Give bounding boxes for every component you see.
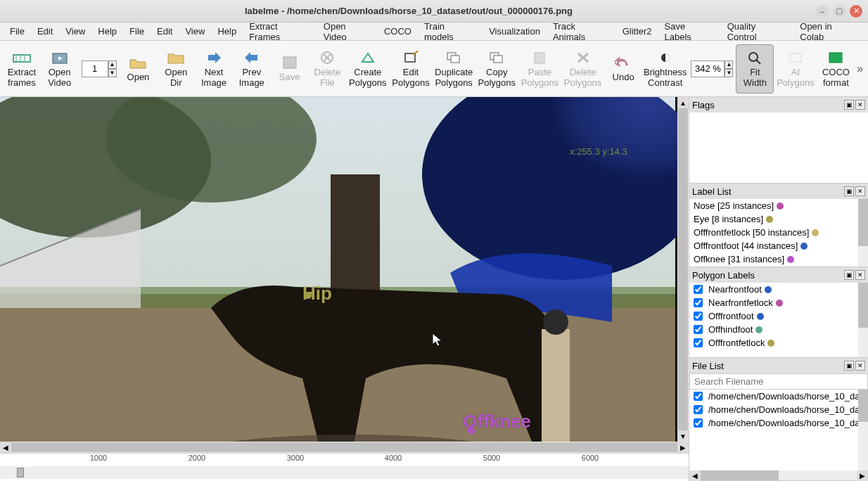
label-list-undock-button[interactable]: ▣ — [844, 186, 854, 196]
brightness-contrast-button[interactable]: Brightness Contrast — [642, 44, 688, 94]
duplicate-polygons-button[interactable]: Duplicate Polygons — [433, 44, 476, 94]
polygon-label-item[interactable]: Offfrontfetlock — [689, 336, 868, 349]
file-list-item[interactable]: /home/chen/Downloads/horse_10_datase — [689, 416, 868, 430]
file-list-item[interactable]: /home/chen/Downloads/horse_10_datase — [689, 390, 868, 403]
label-list-body[interactable]: Nose [25 instances] Eye [8 instances] Of… — [689, 199, 868, 267]
zoom-input[interactable] — [691, 60, 725, 77]
file-list-scrollbar[interactable] — [858, 390, 868, 470]
polygon-visibility-checkbox[interactable] — [694, 285, 703, 294]
open-dir-button[interactable]: Open Dir — [157, 44, 195, 94]
menu-help-2[interactable]: Help — [212, 24, 242, 39]
flags-close-button[interactable]: ✕ — [855, 100, 865, 110]
keypoint-dot[interactable] — [468, 427, 475, 434]
frame-up-button[interactable]: ▲ — [108, 60, 117, 69]
flags-undock-button[interactable]: ▣ — [844, 100, 854, 110]
coco-format-button[interactable]: COCO format — [817, 44, 855, 94]
menu-edit[interactable]: Edit — [32, 24, 58, 39]
file-list-scroll-thumb[interactable] — [858, 390, 868, 422]
polygon-labels-body[interactable]: Nearfrontfoot Nearfrontfetlock Offfrontf… — [689, 283, 868, 357]
file-list-hscrollbar[interactable]: ◀ ▶ — [689, 470, 868, 480]
video-icon — [50, 49, 70, 66]
zoom-up-button[interactable]: ▲ — [725, 60, 733, 69]
timeline-slider[interactable] — [0, 466, 689, 479]
canvas-horizontal-scrollbar[interactable]: ◀ ▶ — [0, 442, 689, 453]
label-list-item[interactable]: Eye [8 instances] — [689, 212, 868, 226]
window-minimize-button[interactable]: – — [816, 5, 829, 18]
file-path-text: /home/chen/Downloads/horse_10_datase — [708, 404, 868, 415]
file-checkbox[interactable] — [694, 392, 703, 401]
polygon-labels-close-button[interactable]: ✕ — [855, 270, 865, 280]
polygon-labels-undock-button[interactable]: ▣ — [844, 270, 854, 280]
zoom-spinbox[interactable]: ▲ ▼ — [691, 60, 733, 77]
scroll-left-button[interactable]: ◀ — [0, 442, 11, 453]
prev-image-button[interactable]: Prev Image — [233, 44, 271, 94]
scroll-up-button[interactable]: ▲ — [677, 97, 689, 108]
polygon-visibility-checkbox[interactable] — [694, 325, 703, 334]
open-button[interactable]: Open — [120, 44, 158, 94]
undo-button[interactable]: Undo — [604, 44, 642, 94]
hscroll-track[interactable] — [11, 442, 677, 452]
polygon-visibility-checkbox[interactable] — [694, 312, 703, 321]
window-close-button[interactable]: ✕ — [850, 5, 862, 18]
keypoint-dot[interactable] — [305, 292, 312, 299]
polygon-label-item[interactable]: Offhindfoot — [689, 323, 868, 336]
polygon-label-item[interactable]: Nearfrontfetlock — [689, 296, 868, 309]
scroll-right-button[interactable]: ▶ — [677, 442, 689, 453]
menu-coco[interactable]: COCO — [378, 24, 417, 39]
frame-down-button[interactable]: ▼ — [108, 69, 117, 77]
next-image-button[interactable]: Next Image — [195, 44, 233, 94]
label-list-item[interactable]: Midshoulder [5 instances] — [689, 266, 868, 267]
polygon-labels-scroll-thumb[interactable] — [858, 283, 868, 328]
file-checkbox[interactable] — [694, 405, 703, 414]
menu-glitter2[interactable]: Glitter2 — [617, 24, 658, 39]
label-list-item[interactable]: Offfrontfetlock [50 instances] — [689, 226, 868, 239]
image-canvas[interactable]: x:255.3 y:14.3 HipOffkneeNearfrontfetloc… — [0, 97, 677, 442]
copy-polygons-button[interactable]: Copy Polygons — [476, 44, 518, 94]
file-search-input[interactable] — [689, 373, 868, 390]
file-hscroll-thumb[interactable] — [701, 470, 779, 480]
polygon-visibility-checkbox[interactable] — [694, 298, 703, 307]
menu-file[interactable]: File — [4, 24, 30, 39]
menu-edit-2[interactable]: Edit — [151, 24, 178, 39]
timeline-handle[interactable] — [17, 468, 24, 477]
label-list-item[interactable]: Nose [25 instances] — [689, 199, 868, 212]
extract-frames-button[interactable]: Extract frames — [3, 44, 41, 94]
menu-view[interactable]: View — [60, 24, 91, 39]
file-checkbox[interactable] — [694, 418, 703, 428]
polygon-label-item[interactable]: Offfrontfoot — [689, 309, 868, 323]
file-list-undock-button[interactable]: ▣ — [844, 361, 854, 371]
label-list-scroll-thumb[interactable] — [858, 199, 868, 246]
polygon-label-item[interactable]: Nearfrontfoot — [689, 283, 868, 296]
vscroll-track[interactable] — [678, 108, 688, 430]
polygon-labels-scrollbar[interactable] — [858, 283, 868, 357]
label-list-close-button[interactable]: ✕ — [855, 186, 865, 196]
fit-width-button[interactable]: Fit Width — [736, 44, 774, 94]
frame-spinbox[interactable]: ▲ ▼ — [82, 60, 117, 78]
toolbar-overflow-button[interactable]: » — [855, 63, 865, 75]
file-hscroll-track[interactable] — [701, 470, 857, 480]
create-polygons-button[interactable]: Create Polygons — [346, 44, 389, 94]
menu-view-2[interactable]: View — [179, 24, 210, 39]
file-list-item[interactable]: /home/chen/Downloads/horse_10_datase — [689, 403, 868, 416]
label-list-scrollbar[interactable] — [858, 199, 868, 267]
flags-panel-body[interactable] — [689, 113, 868, 183]
window-maximize-button[interactable]: ▢ — [833, 5, 845, 18]
file-list-close-button[interactable]: ✕ — [855, 361, 865, 371]
polygon-visibility-checkbox[interactable] — [694, 338, 703, 347]
label-list-item[interactable]: Offknee [31 instances] — [689, 252, 868, 266]
menu-help[interactable]: Help — [92, 24, 122, 39]
canvas-vertical-scrollbar[interactable]: ▲ ▼ — [677, 97, 689, 442]
zoom-down-button[interactable]: ▼ — [725, 69, 733, 77]
label-list-item[interactable]: Offfrontfoot [44 instances] — [689, 239, 868, 252]
scroll-down-button[interactable]: ▼ — [677, 430, 689, 442]
file-hscroll-left[interactable]: ◀ — [689, 470, 701, 481]
vscroll-thumb[interactable] — [678, 108, 688, 430]
open-video-button[interactable]: Open Video — [41, 44, 79, 94]
edit-polygons-button[interactable]: Edit Polygons — [389, 44, 432, 94]
menu-visualization[interactable]: Visualization — [483, 24, 546, 39]
frame-number-input[interactable] — [82, 60, 108, 77]
file-hscroll-right[interactable]: ▶ — [857, 470, 868, 481]
menu-file-2[interactable]: File — [124, 24, 150, 39]
hscroll-thumb[interactable] — [11, 442, 677, 452]
file-list-body[interactable]: /home/chen/Downloads/horse_10_datase/hom… — [689, 390, 868, 470]
